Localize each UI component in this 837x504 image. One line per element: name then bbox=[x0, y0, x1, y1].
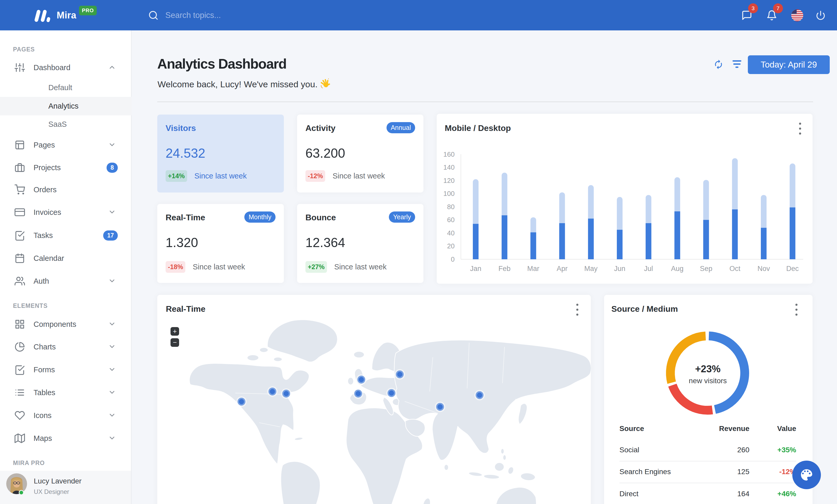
svg-text:160: 160 bbox=[443, 150, 455, 158]
svg-text:0: 0 bbox=[451, 255, 455, 263]
svg-text:120: 120 bbox=[443, 177, 455, 184]
svg-text:40: 40 bbox=[447, 229, 455, 237]
svg-text:Jan: Jan bbox=[470, 265, 481, 273]
svg-text:Jul: Jul bbox=[644, 265, 653, 273]
svg-text:Feb: Feb bbox=[499, 265, 511, 273]
svg-text:Sep: Sep bbox=[700, 265, 712, 273]
svg-text:60: 60 bbox=[447, 216, 455, 224]
svg-text:Aug: Aug bbox=[671, 265, 684, 273]
svg-text:100: 100 bbox=[443, 190, 455, 198]
svg-text:Mar: Mar bbox=[527, 265, 539, 273]
svg-text:Dec: Dec bbox=[786, 265, 799, 273]
svg-text:Oct: Oct bbox=[729, 265, 741, 273]
svg-text:May: May bbox=[584, 265, 598, 273]
svg-text:Apr: Apr bbox=[556, 265, 567, 273]
svg-text:Jun: Jun bbox=[614, 265, 625, 273]
svg-text:Nov: Nov bbox=[758, 265, 770, 273]
svg-text:20: 20 bbox=[447, 242, 455, 250]
svg-text:140: 140 bbox=[443, 163, 455, 171]
svg-text:80: 80 bbox=[447, 203, 455, 211]
